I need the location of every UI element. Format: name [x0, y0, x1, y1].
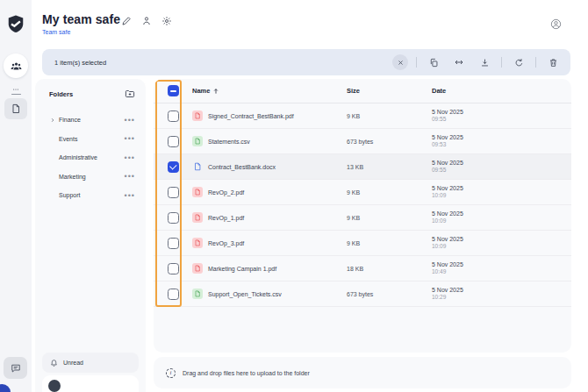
copy-button[interactable]	[428, 57, 439, 68]
nav-chat-button[interactable]	[4, 357, 27, 379]
row-checkbox[interactable]	[168, 289, 179, 300]
file-name: RevOp_3.pdf	[208, 240, 244, 246]
active-indicator	[11, 94, 21, 96]
file-size: 9 KB	[347, 189, 432, 196]
nav-files-button[interactable]	[4, 98, 27, 119]
table-row[interactable]: Statements.csv 673 bytes 5 Nov 202509:53	[154, 129, 571, 154]
new-folder-button[interactable]	[125, 89, 135, 99]
trash-icon	[549, 58, 558, 68]
close-icon	[397, 59, 405, 67]
folders-panel-title: Folders	[49, 90, 73, 98]
page-title: My team safe	[42, 12, 120, 26]
folder-item-administrative[interactable]: Administrative •••	[35, 148, 146, 167]
divider	[501, 57, 502, 68]
table-row[interactable]: RevOp_3.pdf 9 KB 5 Nov 202510:09	[154, 231, 571, 256]
download-button[interactable]	[479, 57, 490, 68]
folder-menu-button[interactable]: •••	[125, 155, 135, 160]
nav-team-members-button[interactable]	[4, 53, 28, 78]
table-row[interactable]: RevOp_1.pdf 9 KB 5 Nov 202510:09	[154, 205, 571, 231]
folder-menu-button[interactable]: •••	[125, 118, 135, 123]
table-row[interactable]: Support_Open_Tickets.csv 673 bytes 5 Nov…	[154, 282, 571, 307]
row-checkbox[interactable]	[168, 238, 179, 249]
table-row[interactable]: Contract_BestBank.docx 13 KB 5 Nov 20250…	[154, 154, 571, 180]
file-size: 673 bytes	[347, 291, 432, 297]
pdf-file-icon	[192, 238, 203, 248]
row-checkbox[interactable]	[168, 136, 179, 147]
select-all-checkbox[interactable]	[168, 85, 179, 96]
file-date: 5 Nov 2025	[432, 210, 571, 218]
folder-menu-button[interactable]: •••	[125, 174, 135, 179]
rename-safe-button[interactable]	[121, 16, 132, 26]
folder-label: Events	[59, 136, 77, 142]
file-name: Statements.csv	[208, 139, 250, 145]
app-logo-shield-icon	[6, 13, 25, 34]
file-time: 09:55	[432, 167, 571, 174]
avatar	[48, 380, 61, 392]
ellipsis-icon	[10, 86, 22, 93]
file-name: RevOp_1.pdf	[208, 215, 244, 221]
folders-panel: Folders Finance ••• Events ••• Administr…	[35, 79, 146, 392]
folder-item-support[interactable]: Support •••	[35, 186, 146, 205]
table-row[interactable]: RevOp_2.pdf 9 KB 5 Nov 202510:09	[154, 180, 571, 205]
file-name: RevOp_2.pdf	[208, 189, 244, 196]
folder-menu-button[interactable]: •••	[125, 136, 135, 141]
column-header-size[interactable]: Size	[347, 87, 432, 95]
file-date: 5 Nov 2025	[432, 185, 571, 193]
file-size: 18 KB	[347, 266, 432, 272]
app-window: My team safe Team safe 1 item(s) selecte…	[0, 0, 588, 392]
row-checkbox[interactable]	[168, 212, 179, 224]
file-time: 09:53	[432, 141, 571, 148]
row-checkbox[interactable]	[168, 263, 179, 274]
delete-button[interactable]	[548, 57, 558, 68]
folder-item-marketing[interactable]: Marketing •••	[35, 167, 146, 187]
folder-item-finance[interactable]: Finance •••	[35, 110, 146, 130]
folder-menu-button[interactable]: •••	[125, 193, 135, 198]
column-header-date[interactable]: Date	[432, 87, 571, 95]
user-card[interactable]	[42, 375, 139, 392]
pdf-file-icon	[192, 187, 203, 197]
csv-file-icon	[192, 289, 203, 299]
file-size: 9 KB	[347, 240, 432, 246]
chevron-right-icon[interactable]	[50, 118, 55, 123]
share-link-button[interactable]	[513, 57, 524, 68]
safe-settings-button[interactable]	[161, 16, 172, 26]
folder-label: Administrative	[59, 154, 97, 160]
file-size: 9 KB	[347, 215, 432, 221]
help-bubble[interactable]	[0, 384, 11, 392]
sort-ascending-icon	[212, 88, 219, 95]
file-name: Signed_Contract_BestBank.pdf	[208, 113, 294, 119]
move-button[interactable]	[454, 57, 464, 68]
file-name: Support_Open_Tickets.csv	[208, 291, 282, 297]
csv-file-icon	[192, 136, 203, 146]
nav-more-button[interactable]	[7, 83, 25, 97]
selection-toolbar: 1 item(s) selected	[42, 49, 570, 75]
row-checkbox[interactable]	[168, 110, 179, 122]
file-time: 10:29	[432, 294, 571, 301]
table-header-row: Name Size Date	[154, 79, 571, 103]
account-menu-button[interactable]	[550, 18, 562, 30]
copy-icon	[429, 58, 439, 68]
file-date: 5 Nov 2025	[432, 109, 571, 117]
breadcrumb[interactable]: Team safe	[42, 29, 70, 35]
file-date: 5 Nov 2025	[432, 261, 571, 269]
file-name: Contract_BestBank.docx	[208, 164, 276, 170]
clear-selection-button[interactable]	[392, 54, 408, 70]
divider	[416, 57, 417, 68]
upload-dropzone[interactable]: i Drag and drop files here to upload to …	[154, 357, 571, 388]
table-row[interactable]: Marketing Campain 1.pdf 18 KB 5 Nov 2025…	[154, 256, 571, 282]
unread-button[interactable]: Unread	[42, 353, 139, 373]
column-header-name[interactable]: Name	[192, 87, 347, 95]
row-checkbox[interactable]	[168, 161, 179, 173]
invite-member-button[interactable]	[141, 16, 152, 26]
folder-label: Support	[59, 192, 81, 198]
selection-count-label: 1 item(s) selected	[54, 59, 106, 67]
file-time: 10:09	[432, 217, 571, 225]
table-row[interactable]: Signed_Contract_BestBank.pdf 9 KB 5 Nov …	[154, 103, 571, 129]
file-size: 9 KB	[347, 113, 432, 119]
file-size: 13 KB	[347, 164, 432, 170]
file-name: Marketing Campain 1.pdf	[208, 266, 276, 272]
folder-item-events[interactable]: Events •••	[35, 130, 146, 149]
row-checkbox[interactable]	[168, 187, 179, 198]
share-link-icon	[514, 58, 524, 68]
folder-label: Finance	[59, 117, 81, 123]
